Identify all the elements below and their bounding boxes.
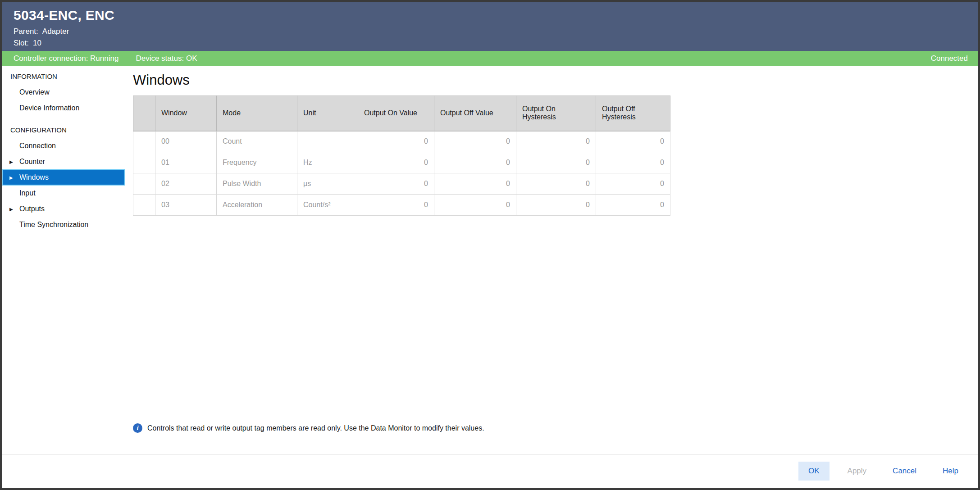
column-header-rowselector: [133, 96, 155, 131]
cell-output-on-hysteresis: 0: [516, 131, 596, 152]
cell-window: 03: [155, 195, 217, 216]
cell-output-off-value: 0: [434, 152, 516, 173]
category-sidebar: INFORMATION Overview Device Information …: [2, 66, 125, 454]
column-header-output-off-value: Output Off Value: [434, 96, 516, 131]
sidebar-item-connection[interactable]: Connection: [2, 138, 125, 154]
cell-unit: Count/s²: [297, 195, 358, 216]
column-header-output-on-value: Output On Value: [358, 96, 434, 131]
read-only-info-note: i Controls that read or write output tag…: [133, 423, 484, 433]
row-header-cell: [133, 173, 155, 195]
table-header-row: Window Mode Unit Output On Value Output …: [133, 96, 670, 131]
cell-output-off-hysteresis: 0: [596, 195, 670, 216]
parent-value: Adapter: [42, 27, 69, 36]
footer-bar: OK Apply Cancel Help: [2, 454, 978, 488]
sidebar-item-label: Connection: [19, 142, 56, 150]
cell-window: 02: [155, 173, 217, 195]
column-header-window: Window: [155, 96, 217, 131]
cell-output-on-value: 0: [358, 131, 434, 152]
sidebar-item-time-synchronization[interactable]: Time Synchronization: [2, 217, 125, 232]
cell-output-off-hysteresis: 0: [596, 131, 670, 152]
cell-mode: Pulse Width: [217, 173, 297, 195]
content-panel: Windows Window Mode Unit Output On Value…: [126, 66, 978, 454]
connection-status-bar: Controller connection: Running Device st…: [2, 51, 978, 66]
cell-output-on-hysteresis: 0: [516, 152, 596, 173]
table-row: 03 Acceleration Count/s² 0 0 0 0: [133, 195, 670, 216]
cell-output-on-value: 0: [358, 173, 434, 195]
table-row: 00 Count 0 0 0 0: [133, 131, 670, 152]
expand-arrow-icon: ▶: [9, 154, 13, 170]
dialog-title: 5034-ENC, ENC: [14, 8, 978, 23]
cell-output-on-hysteresis: 0: [516, 173, 596, 195]
device-status: Device status: OK: [136, 54, 197, 63]
cell-window: 01: [155, 152, 217, 173]
row-header-cell: [133, 152, 155, 173]
dialog-body: INFORMATION Overview Device Information …: [2, 66, 978, 454]
section-configuration: CONFIGURATION: [2, 122, 125, 138]
expand-arrow-icon: ▶: [9, 170, 13, 186]
sidebar-item-outputs[interactable]: ▶ Outputs: [2, 201, 125, 217]
cell-output-off-value: 0: [434, 131, 516, 152]
sidebar-item-label: Windows: [19, 173, 49, 181]
windows-table: Window Mode Unit Output On Value Output …: [133, 95, 670, 216]
cell-unit: Hz: [297, 152, 358, 173]
column-header-output-off-hysteresis: Output Off Hysteresis: [596, 96, 670, 131]
cell-unit: µs: [297, 173, 358, 195]
cell-output-on-value: 0: [358, 152, 434, 173]
controller-connection-status: Controller connection: Running: [14, 54, 119, 63]
page-title: Windows: [133, 72, 190, 88]
sidebar-item-label: Time Synchronization: [19, 221, 88, 228]
sidebar-item-overview[interactable]: Overview: [2, 84, 125, 100]
slot-value: 10: [33, 39, 41, 48]
sidebar-item-device-information[interactable]: Device Information: [2, 100, 125, 116]
sidebar-item-counter[interactable]: ▶ Counter: [2, 154, 125, 169]
cell-output-off-value: 0: [434, 173, 516, 195]
help-button[interactable]: Help: [934, 462, 966, 481]
slot-label: Slot:: [14, 39, 29, 48]
module-properties-dialog: 5034-ENC, ENC Parent: Adapter Slot: 10 C…: [0, 0, 980, 490]
section-gap: [2, 116, 125, 122]
column-header-output-on-hysteresis: Output On Hysteresis: [516, 96, 596, 131]
status-left-group: Controller connection: Running Device st…: [14, 54, 197, 63]
cell-output-on-value: 0: [358, 195, 434, 216]
sidebar-item-windows[interactable]: ▶ Windows: [2, 169, 125, 185]
sidebar-item-input[interactable]: Input: [2, 185, 125, 201]
ok-button[interactable]: OK: [798, 462, 830, 481]
section-information: INFORMATION: [2, 68, 125, 84]
cell-window: 00: [155, 131, 217, 152]
cancel-button[interactable]: Cancel: [884, 462, 925, 481]
connection-state-badge: Connected: [931, 54, 968, 63]
cell-mode: Count: [217, 131, 297, 152]
sidebar-item-label: Overview: [19, 88, 50, 96]
slot-row: Slot: 10: [14, 39, 978, 48]
info-note-text: Controls that read or write output tag m…: [147, 424, 484, 432]
sidebar-item-label: Outputs: [19, 205, 45, 213]
sidebar-item-label: Input: [19, 189, 36, 197]
parent-row: Parent: Adapter: [14, 27, 978, 36]
sidebar-item-label: Device Information: [19, 104, 79, 112]
title-bar: 5034-ENC, ENC Parent: Adapter Slot: 10: [2, 2, 978, 51]
cell-unit: [297, 131, 358, 152]
cell-output-off-hysteresis: 0: [596, 152, 670, 173]
row-header-cell: [133, 195, 155, 216]
column-header-unit: Unit: [297, 96, 358, 131]
cell-output-off-value: 0: [434, 195, 516, 216]
parent-label: Parent:: [14, 27, 38, 36]
table-row: 02 Pulse Width µs 0 0 0 0: [133, 173, 670, 195]
expand-arrow-icon: ▶: [9, 201, 13, 217]
cell-output-off-hysteresis: 0: [596, 173, 670, 195]
column-header-mode: Mode: [217, 96, 297, 131]
info-icon: i: [133, 423, 142, 433]
cell-output-on-hysteresis: 0: [516, 195, 596, 216]
apply-button[interactable]: Apply: [839, 462, 875, 481]
sidebar-item-label: Counter: [19, 158, 45, 165]
cell-mode: Frequency: [217, 152, 297, 173]
row-header-cell: [133, 131, 155, 152]
cell-mode: Acceleration: [217, 195, 297, 216]
table-row: 01 Frequency Hz 0 0 0 0: [133, 152, 670, 173]
